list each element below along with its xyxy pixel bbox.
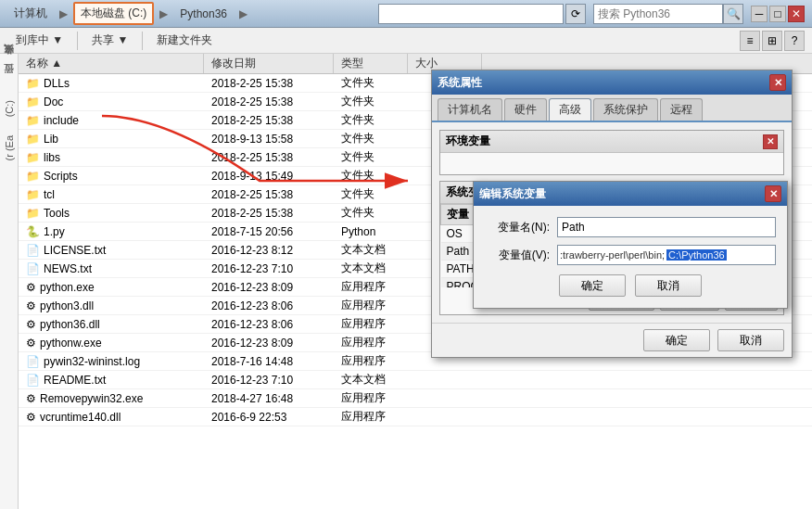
search-button[interactable]: 🔍: [723, 4, 743, 24]
env-vars-close-button[interactable]: ✕: [763, 134, 778, 149]
sys-props-title-bar: 系统属性 ✕: [432, 70, 792, 95]
var-value-display[interactable]: :trawberry-perl\perl\bin;C:\Python36: [557, 245, 776, 265]
file-name-cell: 📄 README.txt: [19, 374, 204, 387]
tab-system-protection[interactable]: 系统保护: [593, 98, 658, 121]
file-name: NEWS.txt: [44, 262, 92, 275]
maximize-button[interactable]: □: [769, 6, 786, 22]
file-icon: 🐍: [26, 225, 40, 238]
file-icon: ⚙: [26, 337, 36, 350]
file-name-cell: 📁 Scripts: [19, 170, 204, 183]
title-bar: 计算机 ▶ 本地磁盘 (C:) ▶ Python36 ▶ ⟳ 🔍 ─ □ ✕: [0, 0, 812, 28]
file-date-cell: 2018-2-25 15:38: [204, 95, 334, 108]
file-date-cell: 2016-12-23 8:06: [204, 299, 334, 312]
file-name-cell: 📁 tcl: [19, 188, 204, 201]
edit-var-title-text: 编辑系统变量: [479, 186, 546, 202]
file-icon: 📄: [26, 355, 40, 368]
file-name: README.txt: [44, 374, 106, 387]
col-header-type[interactable]: 类型: [334, 54, 408, 73]
help-button[interactable]: ?: [784, 31, 805, 51]
breadcrumb-sep-2: ▶: [159, 7, 168, 20]
edit-var-cancel-button[interactable]: 取消: [635, 274, 702, 297]
var-name-row: 变量名(N):: [485, 217, 776, 237]
table-row[interactable]: ⚙ Removepywin32.exe 2018-4-27 16:48 应用程序: [19, 389, 812, 408]
edit-var-ok-button[interactable]: 确定: [559, 274, 626, 297]
tab-hardware[interactable]: 硬件: [504, 98, 547, 121]
file-name-cell: 📁 include: [19, 114, 204, 127]
refresh-button[interactable]: ⟳: [565, 4, 586, 24]
file-icon: 📁: [26, 188, 40, 201]
file-name: Lib: [44, 133, 58, 146]
open-library-button[interactable]: 到库中 ▼: [7, 30, 71, 51]
file-name: DLLs: [44, 77, 70, 90]
file-date-cell: 2016-12-23 8:06: [204, 318, 334, 331]
col-header-date[interactable]: 修改日期: [204, 54, 334, 73]
edit-var-content: 变量名(N): 变量值(V): :trawberry-perl\perl\bin…: [474, 206, 787, 308]
file-type-cell: 应用程序: [334, 298, 408, 313]
table-row[interactable]: 📄 README.txt 2016-12-23 7:10 文本文档: [19, 371, 812, 389]
file-date-cell: 2016-12-23 8:09: [204, 337, 334, 350]
share-button[interactable]: 共享 ▼: [83, 30, 136, 51]
file-name: 1.py: [44, 225, 65, 238]
file-name-cell: ⚙ vcruntime140.dll: [19, 411, 204, 424]
file-name: Tools: [44, 207, 70, 220]
edit-var-close-button[interactable]: ✕: [765, 185, 781, 202]
file-icon: ⚙: [26, 411, 36, 424]
file-date-cell: 2018-2-25 15:38: [204, 77, 334, 90]
file-name-cell: ⚙ python3.dll: [19, 299, 204, 312]
file-date-cell: 2016-12-23 7:10: [204, 262, 334, 275]
sys-props-tabs: 计算机名 硬件 高级 系统保护 远程: [432, 95, 792, 122]
file-date-cell: 2016-6-9 22:53: [204, 411, 334, 424]
new-folder-button[interactable]: 新建文件夹: [148, 30, 221, 51]
address-bar[interactable]: [378, 4, 564, 24]
file-type-cell: 应用程序: [334, 279, 408, 295]
env-vars-placeholder: [440, 153, 783, 174]
file-icon: ⚙: [26, 299, 36, 312]
file-icon: 📁: [26, 151, 40, 164]
edit-var-title-bar: 编辑系统变量 ✕: [474, 182, 787, 206]
table-row[interactable]: ⚙ vcruntime140.dll 2016-6-9 22:53 应用程序: [19, 408, 812, 426]
file-type-cell: 应用程序: [334, 390, 408, 406]
col-header-name[interactable]: 名称 ▲: [19, 54, 204, 73]
sys-props-ok-button[interactable]: 确定: [643, 329, 710, 351]
file-name-cell: 📁 Lib: [19, 133, 204, 146]
sidebar-label-c: (C:): [4, 100, 15, 117]
file-date-cell: 2018-2-25 15:38: [204, 188, 334, 201]
breadcrumb-python36[interactable]: Python36: [173, 5, 234, 23]
breadcrumb-computer[interactable]: 计算机: [7, 3, 54, 24]
file-date-cell: 2018-4-27 16:48: [204, 392, 334, 405]
file-type-cell: 文件夹: [334, 131, 408, 146]
file-date-cell: 2016-12-23 8:12: [204, 244, 334, 257]
file-name-cell: 📄 LICENSE.txt: [19, 244, 204, 257]
breadcrumb-c-drive[interactable]: 本地磁盘 (C:): [73, 2, 154, 25]
var-name-input[interactable]: [557, 217, 776, 237]
file-name-cell: 🐍 1.py: [19, 225, 204, 238]
file-name: Scripts: [44, 170, 78, 183]
file-type-cell: 文件夹: [334, 112, 408, 128]
file-name: pywin32-wininst.log: [44, 355, 140, 368]
sys-props-cancel-button[interactable]: 取消: [717, 329, 784, 351]
close-button[interactable]: ✕: [788, 6, 805, 22]
file-name-cell: 📁 Doc: [19, 95, 204, 108]
file-icon: 📁: [26, 114, 40, 127]
file-name-cell: ⚙ Removepywin32.exe: [19, 392, 204, 405]
breadcrumb-area: 计算机 ▶ 本地磁盘 (C:) ▶ Python36 ▶: [7, 2, 378, 25]
search-input[interactable]: [593, 4, 723, 24]
file-type-cell: 应用程序: [334, 316, 408, 332]
sys-props-close-button[interactable]: ✕: [769, 74, 786, 91]
tab-remote[interactable]: 远程: [660, 98, 703, 121]
file-name-cell: 📁 libs: [19, 151, 204, 164]
toolbar-separator-1: [77, 32, 78, 50]
file-name-cell: 📁 Tools: [19, 207, 204, 220]
file-icon: 📁: [26, 95, 40, 108]
sidebar: 收藏夹 位置 (C:) (r (Ea: [0, 54, 19, 509]
toolbar-view-controls: ≡ ⊞ ?: [740, 31, 805, 51]
breadcrumb-sep-1: ▶: [59, 7, 68, 20]
file-type-cell: 文本文档: [334, 372, 408, 388]
file-type-cell: 文件夹: [334, 168, 408, 184]
file-name: Removepywin32.exe: [40, 392, 143, 405]
view-details-button[interactable]: ≡: [740, 31, 760, 51]
minimize-button[interactable]: ─: [751, 6, 768, 22]
tab-advanced[interactable]: 高级: [549, 98, 591, 121]
tab-computer-name[interactable]: 计算机名: [438, 98, 502, 121]
view-tiles-button[interactable]: ⊞: [762, 31, 782, 51]
